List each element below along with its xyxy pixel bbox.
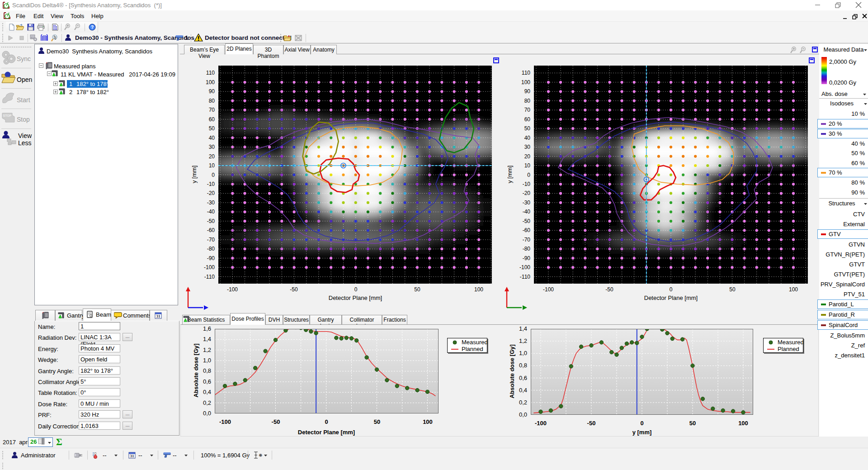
svg-text:STOP: STOP [3, 114, 12, 117]
svg-text:?: ? [91, 25, 94, 30]
svg-text:31: 31 [130, 454, 135, 458]
svg-text:31: 31 [156, 314, 161, 318]
